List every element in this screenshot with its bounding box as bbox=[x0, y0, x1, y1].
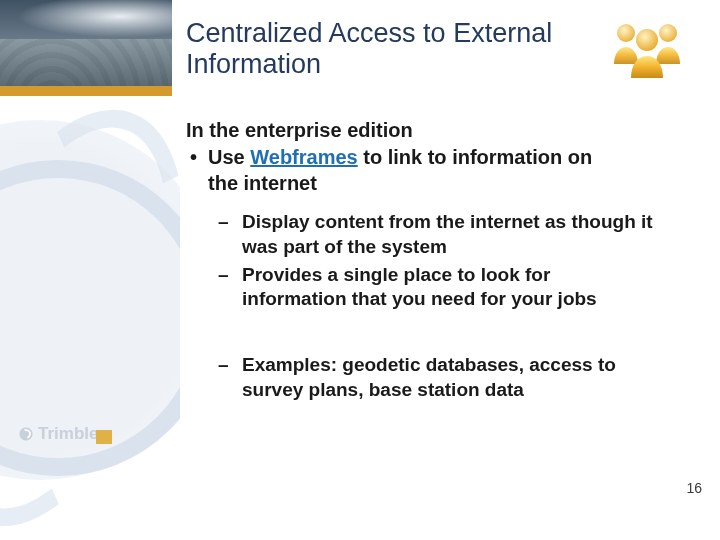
people-group-icon bbox=[608, 18, 686, 84]
svg-point-2 bbox=[636, 29, 658, 51]
page-number: 16 bbox=[686, 480, 702, 496]
page-title: Centralized Access to External Informati… bbox=[186, 18, 566, 80]
webframes-link[interactable]: Webframes bbox=[250, 146, 357, 168]
brand-accent bbox=[96, 430, 112, 444]
sub-bullet-list: Display content from the internet as tho… bbox=[186, 210, 686, 402]
brand-text: Trimble. bbox=[38, 424, 103, 444]
bullet1-pre: Use bbox=[208, 146, 250, 168]
accent-bar bbox=[0, 86, 172, 96]
svg-point-1 bbox=[659, 24, 677, 42]
sub-bullet: Examples: geodetic databases, access to … bbox=[186, 353, 656, 402]
sub-bullet: Provides a single place to look for info… bbox=[186, 263, 656, 312]
svg-point-0 bbox=[617, 24, 635, 42]
globe-icon bbox=[18, 426, 34, 442]
content: In the enterprise edition Use Webframes … bbox=[186, 118, 686, 406]
sub-bullet: Display content from the internet as tho… bbox=[186, 210, 656, 259]
slide: Centralized Access to External Informati… bbox=[0, 0, 720, 540]
brand-logo: Trimble. bbox=[18, 424, 103, 444]
header-photo bbox=[0, 0, 172, 86]
bullet-level1: Use Webframes to link to information on … bbox=[186, 145, 616, 196]
lead-text: In the enterprise edition bbox=[186, 118, 686, 143]
